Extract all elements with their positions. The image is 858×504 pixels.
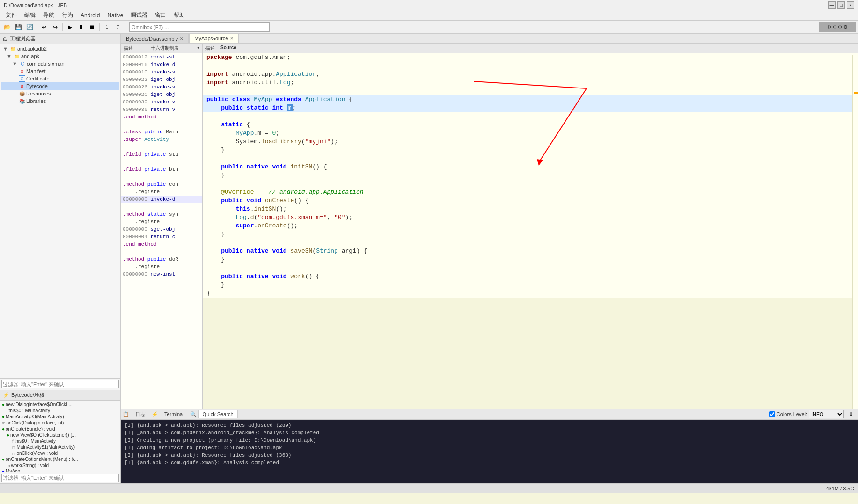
tree-label-apk: and.apk bbox=[21, 53, 39, 59]
menu-window[interactable]: 窗口 bbox=[151, 10, 170, 20]
src-line-super: super.onCreate(); bbox=[203, 222, 858, 230]
console-tab-icon-log: 📋 bbox=[123, 411, 129, 417]
source-code-panel[interactable]: package com.gdufs.xman; import android.a… bbox=[203, 53, 858, 298]
menu-action[interactable]: 行为 bbox=[58, 10, 77, 20]
stack-label-9: onCreateOptionsMenu(Menu) : b... bbox=[6, 457, 78, 462]
tab-myapp-source[interactable]: MyApp/Source ✕ bbox=[189, 34, 239, 43]
tree-item-cert[interactable]: C Certificate bbox=[1, 75, 119, 82]
menu-file[interactable]: 文件 bbox=[2, 10, 21, 20]
stack-label-0: new DialogInterface$OnClickL... bbox=[6, 402, 73, 407]
stack-item-1[interactable]: f this$0 : MainActivity bbox=[1, 408, 119, 414]
toolbar: 📂 💾 🔄 ↩ ↪ ▶ ⏸ ⏹ ⤵ ⤴ ⚙ ⚙ ⚙ ⚙ bbox=[0, 21, 858, 34]
bc-end2: .end method bbox=[121, 241, 202, 248]
tab-source-close[interactable]: ✕ bbox=[230, 36, 234, 41]
source-active-tab[interactable]: Source bbox=[220, 45, 236, 51]
bc-class-name: Main bbox=[166, 129, 178, 135]
tree-item-manifest[interactable]: X Manifest bbox=[1, 67, 119, 75]
bytecode-desc-label: 描述 bbox=[124, 45, 133, 51]
stack-item-7[interactable]: m MainActivity$1(MainActivity) bbox=[1, 444, 119, 450]
project-filter-box bbox=[0, 378, 120, 390]
toolbar-btn-run[interactable]: ▶ bbox=[65, 22, 75, 32]
bc-line-8: 00000036 return-v bbox=[121, 106, 202, 113]
src-line-brace2: } bbox=[203, 171, 858, 180]
bc-public-kw: public bbox=[144, 129, 163, 135]
menu-edit[interactable]: 编辑 bbox=[21, 10, 39, 20]
source-desc-label: 描述 bbox=[205, 45, 215, 51]
close-button[interactable]: × bbox=[847, 1, 854, 9]
toolbar-btn-1[interactable]: 📂 bbox=[2, 22, 12, 32]
bc-addr-5: 00000026 bbox=[123, 84, 147, 90]
tree-item-package[interactable]: ▼ C com.gdufs.xman bbox=[1, 60, 119, 67]
menu-navigate[interactable]: 导航 bbox=[39, 10, 58, 20]
bc-op-8: return-v bbox=[150, 107, 175, 112]
stack-item-3[interactable]: m onClick(DialogInterface, int) bbox=[1, 420, 119, 426]
console-tab-quicksearch[interactable]: Quick Search bbox=[198, 410, 238, 418]
stack-item-0[interactable]: ● new DialogInterface$OnClickL... bbox=[1, 402, 119, 408]
menu-android[interactable]: Android bbox=[77, 11, 103, 20]
explorer-title: 工程浏览器 bbox=[10, 35, 36, 42]
tree-item-resources[interactable]: 📦 Resources bbox=[1, 90, 119, 97]
toolbar-btn-step2[interactable]: ⤴ bbox=[113, 22, 123, 32]
console-tab-terminal[interactable]: Terminal bbox=[160, 410, 188, 418]
toolbar-btn-step[interactable]: ⤵ bbox=[102, 22, 112, 32]
bc-sget: 00000000 sget-obj bbox=[121, 226, 202, 233]
tab-bytecode-disassembly[interactable]: Bytecode/Disassembly ✕ bbox=[121, 34, 189, 43]
bc-line-5: 00000026 invoke-v bbox=[121, 83, 202, 91]
stack-item-10[interactable]: m work(String) : void bbox=[1, 462, 119, 468]
toolbar-btn-stop[interactable]: ⏹ bbox=[87, 22, 97, 32]
stack-item-9[interactable]: ● onCreateOptionsMenu(Menu) : b... bbox=[1, 456, 119, 462]
console-scroll-btn[interactable]: ⬇ bbox=[846, 409, 856, 419]
colors-checkbox[interactable] bbox=[769, 411, 775, 417]
console-line-1: [I] {and.apk > and.apk}: Resource files … bbox=[125, 422, 854, 429]
toolbar-btn-3[interactable]: 🔄 bbox=[24, 22, 35, 32]
stack-item-5[interactable]: ● new View$OnClickListener() {... bbox=[1, 432, 119, 438]
src-line-import1: import android.app.Application; bbox=[203, 70, 858, 79]
stack-tree[interactable]: ● new DialogInterface$OnClickL... f this… bbox=[0, 401, 120, 472]
toolbar-btn-pause[interactable]: ⏸ bbox=[76, 22, 86, 32]
omnibox-input[interactable] bbox=[129, 22, 270, 32]
bytecode-disassembly-panel[interactable]: 描述 十六进制制表 ♦ 00000012 const-st 00000016 i… bbox=[121, 44, 203, 409]
log-level-select[interactable]: INFO DEBUG WARNING ERROR bbox=[809, 410, 844, 418]
bc-method-kw: .method bbox=[123, 182, 144, 187]
stack-icon-3: m bbox=[2, 421, 6, 425]
tree-item-libraries[interactable]: 📚 Libraries bbox=[1, 97, 119, 105]
minimize-button[interactable]: — bbox=[828, 1, 836, 9]
bc-op-2: invoke-d bbox=[150, 62, 175, 67]
menu-debugger[interactable]: 调试器 bbox=[127, 10, 151, 20]
tab-bytecode-close[interactable]: ✕ bbox=[180, 37, 183, 41]
menu-help[interactable]: 帮助 bbox=[170, 10, 189, 20]
project-tree[interactable]: ▼ 📁 and.apk.jdb2 ▼ 📁 and.apk ▼ C com.gdu… bbox=[0, 44, 120, 378]
bc-pub-kw: public bbox=[147, 182, 166, 187]
bc-addr-4: 00000022 bbox=[123, 77, 147, 82]
maximize-button[interactable]: □ bbox=[837, 1, 845, 9]
toolbar-btn-redo[interactable]: ↪ bbox=[50, 22, 60, 32]
package-icon: C bbox=[19, 60, 26, 67]
stack-item-6[interactable]: f this$0 : MainActivity bbox=[1, 438, 119, 444]
bc-method-kw2: .method bbox=[123, 212, 144, 217]
toolbar-btn-2[interactable]: 💾 bbox=[13, 22, 23, 32]
tree-item-jdb2[interactable]: ▼ 📁 and.apk.jdb2 bbox=[1, 45, 119, 52]
tree-item-bytecode[interactable]: B Bytecode bbox=[1, 82, 119, 90]
project-filter-input[interactable] bbox=[1, 380, 119, 388]
tree-label-manifest: Manifest bbox=[26, 68, 46, 74]
stack-item-myapp[interactable]: ● MyApp bbox=[1, 468, 119, 472]
stack-item-8[interactable]: m onClick(View) : void bbox=[1, 450, 119, 456]
stack-label-8: onClick(View) : void bbox=[17, 451, 58, 456]
bc-line-6: 0000002C iget-obj bbox=[121, 91, 202, 98]
toolbar-btn-undo[interactable]: ↩ bbox=[39, 22, 49, 32]
console-output[interactable]: [I] {and.apk > and.apk}: Resource files … bbox=[121, 420, 858, 483]
stack-filter-input[interactable] bbox=[1, 474, 119, 482]
bc-line-super: .super Activity bbox=[121, 136, 202, 143]
main-layout: 🗂 工程浏览器 ▼ 📁 and.apk.jdb2 ▼ 📁 and.apk ▼ C… bbox=[0, 34, 858, 483]
bc-return-c: 00000004 return-c bbox=[121, 233, 202, 241]
src-line-blank4 bbox=[203, 154, 858, 163]
stack-item-2[interactable]: ● MainActivity$3(MainActivity) bbox=[1, 414, 119, 420]
bc-sget-addr: 00000000 bbox=[123, 226, 147, 232]
menu-native[interactable]: Native bbox=[103, 11, 127, 20]
stack-item-4[interactable]: ● onCreate(Bundle) : void bbox=[1, 426, 119, 432]
tree-item-apk[interactable]: ▼ 📁 and.apk bbox=[1, 52, 119, 60]
bc-priv: private bbox=[144, 152, 166, 157]
bytecode-hex-label: 十六进制制表 bbox=[151, 45, 179, 51]
folder-icon-apk: 📁 bbox=[14, 53, 20, 59]
console-tab-log[interactable]: 日志 bbox=[131, 409, 150, 419]
